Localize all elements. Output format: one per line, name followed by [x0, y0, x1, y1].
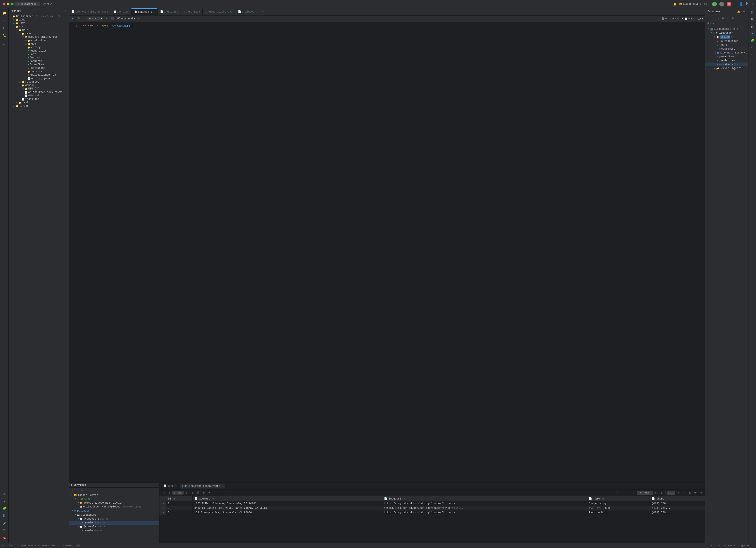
close-button[interactable] [3, 3, 5, 5]
svc-item-console-leaf[interactable]: ↳ console 243 ms [69, 529, 159, 532]
tree-item-appconfig[interactable]: ● ApplicationConfig [9, 73, 69, 77]
sidebar-services-icon[interactable]: ⚙ [1, 491, 8, 497]
add-row-btn[interactable]: + [207, 490, 212, 495]
db-view-btn[interactable]: 👁 [730, 16, 735, 20]
tree-item-orderitem[interactable]: ● OrderItem [9, 63, 69, 66]
svc-item-tomcat-server[interactable]: ▶ 🐱 Tomcat Server [69, 493, 159, 497]
prev-btn[interactable]: ◀ [167, 490, 172, 495]
db-item-hibernate[interactable]: ▶ ⊞ hibernate_sequence [705, 51, 748, 55]
result-tx-selector[interactable]: Tx: Auto ▾ [637, 491, 653, 495]
export-btn[interactable]: ⬆ [676, 490, 681, 495]
tree-item-servlet-xml[interactable]: 📄 onlineOrder-servlet.xn [9, 90, 69, 94]
tree-item-idea[interactable]: ▶ 📁 idea [9, 18, 69, 22]
th-id[interactable]: id ⇅ [166, 496, 192, 501]
svc-item-console1-leaf[interactable]: ↳ console_1 160 ms [69, 521, 159, 525]
tree-item-controller[interactable]: ▶ 📁 controller [9, 39, 69, 42]
sidebar-vcs-icon[interactable]: ⑂ [1, 17, 8, 24]
run-icon[interactable]: ▶ [712, 2, 717, 6]
db-item-server-objects[interactable]: ▶ 📁 Server Objects [705, 66, 748, 70]
search-icon[interactable]: 🔍 [745, 2, 749, 6]
rows-count[interactable]: 3 rows [172, 491, 184, 495]
console-badge[interactable]: 📋 console_1 ▾ [684, 17, 703, 20]
sidebar-project-icon[interactable]: 📁 [1, 10, 8, 16]
tab-cartjava[interactable]: ☕ Cart.java [181, 8, 203, 15]
table-row[interactable]: 1 1 1773 N Mathilda Ave, Sunnyvale, CA 9… [159, 501, 705, 506]
tree-item-main[interactable]: ▼ 📁 main [9, 28, 69, 32]
tree-item-indexjsp[interactable]: 📄 index.jsp [9, 97, 69, 101]
view-btn[interactable]: 👁 [693, 490, 698, 495]
status-indent[interactable]: 4 spaces [738, 544, 749, 547]
settings-icon[interactable]: ⚙ [752, 2, 753, 6]
more-options-icon[interactable]: ⋮ [734, 2, 737, 6]
execute-button[interactable]: ▶ [104, 16, 109, 21]
status-encoding[interactable]: UTF-8 [728, 544, 735, 547]
db-add-btn[interactable]: + [707, 16, 711, 20]
debug-icon[interactable]: 🐛 [719, 2, 724, 6]
tab-onlineo[interactable]: 📄 onlineO... [235, 8, 260, 15]
sidebar-more-icon[interactable]: ⋯ [1, 41, 8, 47]
table-row[interactable]: 3 3 163 S Murphy Ave, Sunnyvale, CA 9408… [159, 511, 705, 515]
db-item-cart[interactable]: ▶ ⊞ cart [705, 43, 748, 47]
svc-item-war[interactable]: 🏠 OnlineOrder:war exploded [Synchronized… [69, 505, 159, 509]
db-item-customers[interactable]: ▶ ⊞ customers [705, 47, 748, 51]
playground-selector[interactable]: Playground ▾ [117, 17, 135, 20]
branch-selector[interactable]: ⎇ main ▾ [43, 3, 55, 5]
tomcat-badge[interactable]: 🐱 Tomcat 11.0.0-M13 ▾ [679, 3, 709, 5]
svc-item-database[interactable]: ▼ 🗄 Database [69, 509, 159, 513]
db-refresh-btn[interactable]: ↺ [711, 16, 716, 20]
tab-close-icon[interactable]: ✕ [153, 11, 155, 13]
sidebar-run-icon[interactable]: ▶ [1, 25, 8, 31]
services-minimize[interactable]: − [156, 484, 158, 487]
svc-add-btn[interactable]: + [94, 488, 98, 492]
status-line-ending[interactable]: LF [723, 544, 726, 547]
tree-item-restaurant[interactable]: ● Restaurant [9, 66, 69, 70]
db-item-authorities[interactable]: ▶ ⊞ authorities [705, 39, 748, 43]
ddl-label-btn[interactable]: DDL [707, 21, 711, 25]
right-settings-icon[interactable]: ⚙ [749, 44, 755, 50]
tree-item-entity[interactable]: ▼ 📁 entity [9, 46, 69, 49]
import-btn[interactable]: ⬇ [682, 490, 687, 495]
flame-icon[interactable]: 🔔 [673, 2, 676, 6]
project-settings-icon[interactable]: ⚙ [65, 9, 67, 12]
right-search-icon[interactable]: 🔍 [749, 17, 755, 23]
grid-button[interactable]: ⊞ [136, 16, 141, 21]
tree-item-src[interactable]: ▼ 📁 src [9, 25, 69, 28]
next-btn[interactable]: ▶ [184, 490, 189, 495]
reload-btn[interactable]: ↺ [190, 490, 195, 495]
svc-pause-btn[interactable]: ⏸ [89, 488, 94, 492]
tree-item-java[interactable]: ▼ 📁 java [9, 32, 69, 35]
db-minimize-btn[interactable]: − [742, 9, 746, 14]
th-phone[interactable]: 📄 phone [650, 496, 705, 501]
status-position[interactable]: 1:27 [715, 544, 720, 547]
svc-view-btn[interactable]: 👁 [80, 488, 84, 492]
db-more-btn[interactable]: ▶ [711, 21, 716, 25]
db-up-btn[interactable]: ↑ [735, 16, 739, 20]
db-item-onlineorder[interactable]: ▼ 🗄 onlineOrder [705, 31, 748, 35]
project-selector[interactable]: 🖥 OnlineOrder ▾ [15, 2, 40, 6]
db-properties-btn[interactable]: ⚙ [726, 16, 730, 20]
tabs-more[interactable]: ⋯ [260, 10, 265, 13]
status-db[interactable]: db › 5b81f525-d8e0-4e83-82ad-0ea619f8b41… [2, 544, 80, 547]
right-plugin-icon[interactable]: 🧩 [749, 37, 755, 44]
db-connection-badge[interactable]: 🗄 onlineorder ▾ [662, 17, 683, 20]
db-bell-btn[interactable]: 🔔 [737, 9, 741, 14]
db-item-menuitem[interactable]: ▶ ⊞ menuitem [705, 55, 748, 59]
user-icon[interactable]: 👤 [739, 2, 743, 6]
tree-item-onlineorder[interactable]: ▼ 📁 OnlineOrder ~/Desktop/Projects/Res..… [9, 15, 69, 18]
sidebar-debug-icon[interactable]: 🐛 [1, 32, 8, 38]
tree-item-mvn[interactable]: ▶ 📁 .mvn [9, 22, 69, 25]
status-vim[interactable]: V [711, 544, 712, 547]
stop-icon[interactable]: ■ [727, 2, 731, 6]
right-m-icon[interactable]: m [749, 24, 755, 30]
tree-item-webapp[interactable]: ▼ 📁 webapp [9, 84, 69, 87]
svc-item-localhost[interactable]: ▼ 💻 @localhost [69, 513, 159, 517]
th-name[interactable]: 📄 name ⇅ [587, 496, 650, 501]
tree-item-customer[interactable]: ● Customer [9, 56, 69, 59]
transpose-btn[interactable]: ⇅ [687, 490, 692, 495]
tx-selector[interactable]: Tx: Auto ▾ [87, 17, 103, 20]
up-btn[interactable]: ↑ [626, 490, 630, 495]
sidebar-db-icon[interactable]: 🗄 [1, 513, 8, 519]
run-button[interactable]: ▶ [71, 16, 75, 21]
timer-btn[interactable]: ⏱ [201, 490, 206, 495]
stop-button[interactable]: ⬛ [110, 16, 114, 21]
